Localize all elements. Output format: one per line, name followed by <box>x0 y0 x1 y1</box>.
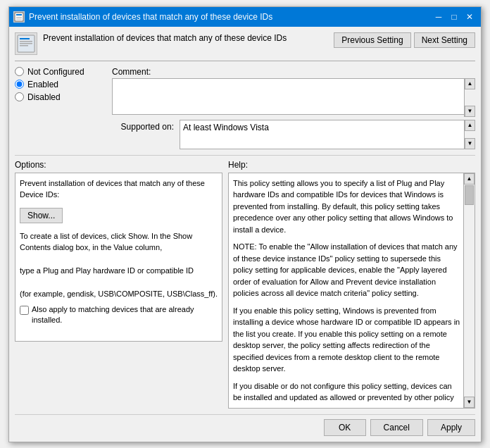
title-bar: Prevent installation of devices that mat… <box>9 7 481 27</box>
header-policy-title: Prevent installation of devices that mat… <box>43 32 287 44</box>
checkbox-label: Also apply to matching devices that are … <box>32 304 218 326</box>
cancel-button[interactable]: Cancel <box>370 419 423 436</box>
settings-row: Not Configured Enabled Disabled Comment: <box>15 67 475 149</box>
comment-section: Comment: ▲ ▼ <box>112 67 475 117</box>
options-description: Prevent installation of devices that mat… <box>20 178 218 201</box>
enabled-label: Enabled <box>27 80 58 89</box>
supported-box: At least Windows Vista ▲ ▼ <box>180 120 475 149</box>
help-panel: Help: This policy setting allows you to … <box>228 160 475 409</box>
supported-scroll-up[interactable]: ▲ <box>465 120 475 131</box>
footer-buttons: OK Cancel Apply <box>15 414 475 436</box>
enabled-option[interactable]: Enabled <box>15 80 106 89</box>
disabled-label: Disabled <box>27 92 61 102</box>
svg-rect-8 <box>20 45 28 46</box>
svg-rect-2 <box>16 17 22 18</box>
supported-value-text: At least Windows Vista <box>183 123 269 132</box>
right-panel: Comment: ▲ ▼ Supported on: At least Wind… <box>112 67 475 149</box>
policy-icon <box>15 32 37 55</box>
not-configured-label: Not Configured <box>27 67 84 77</box>
main-dialog: Prevent installation of devices that mat… <box>8 6 482 442</box>
supported-section: Supported on: At least Windows Vista ▲ ▼ <box>112 120 475 149</box>
options-instruction: To create a list of devices, click Show.… <box>20 230 218 300</box>
help-text-3: If you enable this policy setting, Windo… <box>233 305 460 375</box>
close-button[interactable]: ✕ <box>463 10 477 24</box>
comment-scrollbar: ▲ ▼ <box>464 78 475 117</box>
minimize-button[interactable]: ─ <box>432 10 446 24</box>
title-bar-left: Prevent installation of devices that mat… <box>13 11 272 23</box>
supported-scrollbar: ▲ ▼ <box>464 120 475 149</box>
not-configured-radio[interactable] <box>15 67 24 76</box>
apply-checkbox[interactable] <box>20 306 29 315</box>
help-panel-label: Help: <box>228 160 475 170</box>
help-text-2: NOTE: To enable the "Allow installation … <box>233 241 460 299</box>
supported-scroll-down[interactable]: ▼ <box>465 138 475 149</box>
supported-label: Supported on: <box>112 120 174 132</box>
supported-value-display: At least Windows Vista <box>180 120 475 149</box>
help-scroll-track <box>464 185 475 397</box>
ok-button[interactable]: OK <box>324 419 366 436</box>
comment-label: Comment: <box>112 67 475 77</box>
svg-rect-7 <box>20 43 32 44</box>
help-scroll-thumb[interactable] <box>465 185 474 205</box>
disabled-option[interactable]: Disabled <box>15 92 106 102</box>
header-buttons: Previous Setting Next Setting <box>334 32 475 48</box>
left-panel: Not Configured Enabled Disabled <box>15 67 106 149</box>
apply-button[interactable]: Apply <box>427 419 475 436</box>
radio-group: Not Configured Enabled Disabled <box>15 67 106 102</box>
next-setting-button[interactable]: Next Setting <box>414 32 475 48</box>
svg-rect-6 <box>20 41 32 42</box>
help-text-4: If you disable or do not configure this … <box>233 380 460 404</box>
comment-scroll-up[interactable]: ▲ <box>465 78 475 89</box>
help-scroll-up[interactable]: ▲ <box>464 173 475 185</box>
disabled-radio[interactable] <box>15 92 24 101</box>
previous-setting-button[interactable]: Previous Setting <box>334 32 410 48</box>
header-row: Prevent installation of devices that mat… <box>15 32 475 61</box>
options-panel-label: Options: <box>15 160 222 170</box>
svg-rect-3 <box>16 18 22 19</box>
title-bar-title: Prevent installation of devices that mat… <box>29 12 272 22</box>
checkbox-item: Also apply to matching devices that are … <box>20 304 218 326</box>
help-scrollbar: ▲ ▼ <box>463 173 475 408</box>
options-panel: Options: Prevent installation of devices… <box>15 160 222 409</box>
dialog-icon <box>13 11 25 23</box>
options-content: Prevent installation of devices that mat… <box>15 173 222 342</box>
help-text-1: This policy setting allows you to specif… <box>233 178 460 236</box>
not-configured-option[interactable]: Not Configured <box>15 67 106 77</box>
options-help-row: Options: Prevent installation of devices… <box>15 155 475 409</box>
comment-textarea[interactable] <box>112 78 475 115</box>
help-content[interactable]: This policy setting allows you to specif… <box>228 173 475 409</box>
dialog-content: Prevent installation of devices that mat… <box>9 27 481 442</box>
enabled-radio[interactable] <box>15 80 24 89</box>
svg-rect-5 <box>20 38 30 39</box>
show-button[interactable]: Show... <box>20 208 63 223</box>
svg-rect-1 <box>16 14 22 15</box>
comment-scroll-down[interactable]: ▼ <box>465 106 475 117</box>
maximize-button[interactable]: □ <box>447 10 461 24</box>
header-left: Prevent installation of devices that mat… <box>15 32 328 55</box>
help-scroll-down[interactable]: ▼ <box>464 397 475 408</box>
title-bar-controls: ─ □ ✕ <box>432 10 477 24</box>
